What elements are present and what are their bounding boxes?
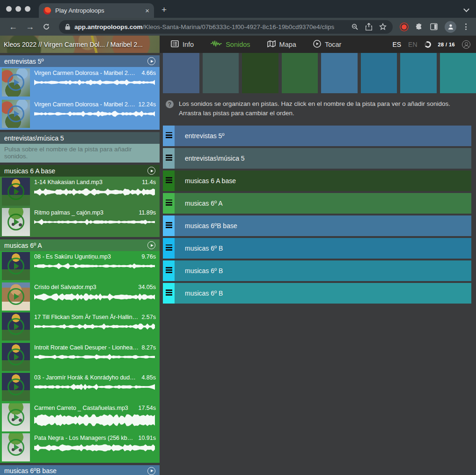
section-play-button[interactable] bbox=[147, 467, 155, 475]
track-name-button[interactable]: musicas 6º A bbox=[175, 193, 471, 214]
clip-play-button[interactable] bbox=[2, 343, 30, 371]
drag-handle[interactable] bbox=[163, 148, 175, 169]
section-header-button[interactable]: entrevistas\música 5 bbox=[0, 132, 160, 144]
clip-play-button[interactable] bbox=[2, 208, 30, 236]
track-name-button[interactable]: musicas 6 A base bbox=[175, 171, 471, 191]
language-en-button[interactable]: EN bbox=[408, 41, 417, 48]
clip-play-button[interactable] bbox=[2, 312, 30, 341]
track-name-button[interactable]: musicas 6ºB base bbox=[175, 215, 471, 236]
track-name-button[interactable]: entrevistas\música 5 bbox=[175, 148, 471, 169]
section-play-button[interactable] bbox=[147, 167, 155, 175]
section-hint: Pulsa sobre el nombre de la pista para a… bbox=[0, 144, 160, 163]
section-header-button[interactable]: musicas 6ºB base bbox=[0, 465, 160, 475]
track-color-swatch[interactable] bbox=[400, 53, 437, 93]
track-row[interactable]: musicas 6ºB base bbox=[163, 215, 471, 236]
track-color-swatch[interactable] bbox=[163, 53, 199, 93]
section-play-button[interactable] bbox=[147, 57, 155, 65]
drag-handle[interactable] bbox=[163, 171, 175, 191]
section-header-button[interactable]: entrevistas 5º bbox=[0, 55, 160, 67]
track-label: entrevistas 5º bbox=[185, 132, 225, 140]
track-name-button[interactable]: entrevistas 5º bbox=[175, 126, 471, 146]
track-row[interactable]: musicas 6º B bbox=[163, 283, 471, 304]
drag-handle[interactable] bbox=[163, 238, 175, 259]
clip-play-button[interactable] bbox=[2, 100, 30, 128]
window-controls[interactable] bbox=[0, 0, 39, 18]
track-row[interactable]: musicas 6º B bbox=[163, 238, 471, 259]
track-color-swatch[interactable] bbox=[242, 53, 278, 93]
reload-button[interactable] bbox=[38, 23, 54, 30]
clip-row[interactable]: 17 Till Flickan Som Är Tusen År-Halling … bbox=[0, 312, 160, 342]
zoom-window-button[interactable] bbox=[25, 6, 30, 12]
clip-play-button[interactable] bbox=[2, 282, 30, 311]
breadcrumb[interactable]: Kleos 2022 // Virgen Carmen Dol... / Mar… bbox=[4, 41, 143, 48]
clip-play-button[interactable] bbox=[2, 178, 30, 206]
clip-name: 1-14 Khakasian Land.mp3 bbox=[34, 179, 139, 186]
new-tab-button[interactable]: + bbox=[161, 5, 167, 15]
drag-handle[interactable] bbox=[163, 126, 175, 146]
address-bar[interactable]: app.antropoloops.com/Kleos-Santa-Marina/… bbox=[59, 20, 393, 34]
drag-handle[interactable] bbox=[163, 193, 175, 214]
section-clips: 08 - Es Sakūru Uguntiņu.mp39.76sCristo d… bbox=[0, 251, 160, 463]
nav-tab-sonidos[interactable]: Sonidos bbox=[211, 40, 250, 48]
browser-menu-icon[interactable] bbox=[463, 23, 469, 30]
close-window-button[interactable] bbox=[6, 6, 12, 12]
clip-play-button[interactable] bbox=[2, 373, 30, 401]
track-row[interactable]: musicas 6º A bbox=[163, 193, 471, 214]
track-name-button[interactable]: musicas 6º B bbox=[175, 283, 471, 304]
share-icon[interactable] bbox=[366, 23, 372, 30]
drag-handle[interactable] bbox=[163, 283, 175, 304]
clip-play-button[interactable] bbox=[2, 433, 30, 461]
track-color-swatch[interactable] bbox=[282, 53, 318, 93]
language-es-button[interactable]: ES bbox=[392, 41, 401, 48]
forward-button[interactable]: → bbox=[22, 22, 38, 32]
bookmark-star-icon[interactable] bbox=[379, 23, 387, 30]
track-label: musicas 6º B bbox=[185, 289, 223, 297]
close-tab-icon[interactable]: × bbox=[145, 7, 149, 14]
clip-row[interactable]: Introit Rorate Caeli Desuper - Lionheart… bbox=[0, 342, 160, 372]
clip-play-button[interactable] bbox=[2, 68, 30, 96]
clip-row[interactable]: Pata Negra - Los Managers (256 kbps).mp3… bbox=[0, 432, 160, 463]
track-row[interactable]: entrevistas 5º bbox=[163, 126, 471, 146]
track-color-swatch[interactable] bbox=[361, 53, 397, 93]
nav-tab-tocar[interactable]: Tocar bbox=[313, 40, 341, 49]
extensions-puzzle-icon[interactable] bbox=[415, 23, 423, 31]
play-triangle-icon bbox=[14, 79, 19, 86]
track-name-button[interactable]: musicas 6º B bbox=[175, 260, 471, 281]
track-color-swatch[interactable] bbox=[440, 53, 476, 93]
zoom-icon[interactable] bbox=[352, 23, 359, 30]
clip-row[interactable]: Virgen Carmen Dolorosa - Maribel 2.mp34.… bbox=[0, 67, 160, 98]
map-thumbnail-header[interactable]: Kleos 2022 // Virgen Carmen Dol... / Mar… bbox=[0, 36, 160, 53]
clip-row[interactable]: 1-14 Khakasian Land.mp311.4s bbox=[0, 177, 160, 207]
section-header-button[interactable]: musicas 6º A bbox=[0, 239, 160, 251]
minimize-window-button[interactable] bbox=[15, 6, 21, 12]
recording-indicator-icon[interactable] bbox=[402, 24, 407, 30]
nav-tab-mapa[interactable]: Mapa bbox=[267, 40, 296, 49]
drag-handle[interactable] bbox=[163, 215, 175, 236]
clip-row[interactable]: Virgen Carmen Dolorosa - Maribel 2.mp312… bbox=[0, 98, 160, 130]
tab-search-chevron-icon[interactable] bbox=[463, 6, 469, 12]
track-color-swatch[interactable] bbox=[203, 53, 239, 93]
clip-row[interactable]: Cristo del Salvador.mp334.05s bbox=[0, 282, 160, 312]
track-row[interactable]: musicas 6º B bbox=[163, 260, 471, 281]
track-row[interactable]: entrevistas\música 5 bbox=[163, 148, 471, 169]
browser-tab[interactable]: Play Antropoloops × bbox=[39, 3, 154, 18]
section-play-button[interactable] bbox=[147, 241, 155, 249]
account-icon[interactable] bbox=[462, 40, 470, 49]
clip-row[interactable]: 03 - Jaromír Horák & Konrádyho dudácká .… bbox=[0, 372, 160, 402]
clip-row[interactable]: Ritmo palmas _ cajón.mp311.89s bbox=[0, 207, 160, 238]
clip-play-button[interactable] bbox=[2, 403, 30, 431]
clip-play-button[interactable] bbox=[2, 252, 30, 280]
clip-row[interactable]: Carmen Carreto _ Castañuelas.mp317.54s bbox=[0, 402, 160, 433]
section-title: musicas 6 A base bbox=[4, 167, 55, 175]
clip-title-line: 17 Till Flickan Som Är Tusen År-Halling … bbox=[34, 314, 156, 320]
track-name-button[interactable]: musicas 6º B bbox=[175, 238, 471, 259]
nav-tab-info[interactable]: Info bbox=[171, 40, 194, 49]
track-row[interactable]: musicas 6 A base bbox=[163, 171, 471, 191]
profile-avatar[interactable] bbox=[445, 21, 456, 33]
section-header-button[interactable]: musicas 6 A base bbox=[0, 165, 160, 177]
track-color-swatch[interactable] bbox=[321, 53, 358, 93]
clip-row[interactable]: 08 - Es Sakūru Uguntiņu.mp39.76s bbox=[0, 251, 160, 282]
drag-handle[interactable] bbox=[163, 260, 175, 281]
side-panel-icon[interactable] bbox=[430, 23, 438, 30]
back-button[interactable]: ← bbox=[5, 22, 22, 32]
